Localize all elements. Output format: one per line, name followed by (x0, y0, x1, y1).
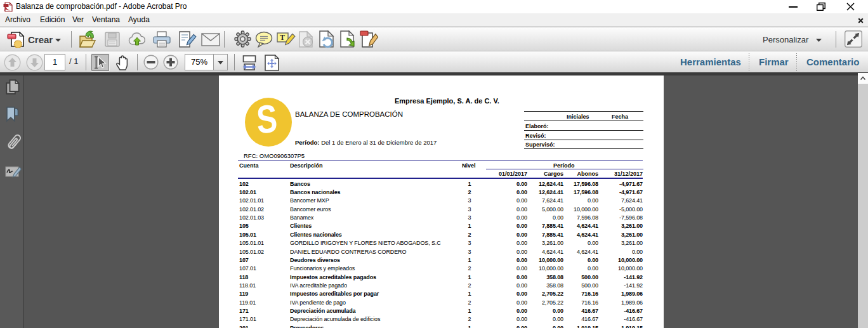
svg-text:T: T (280, 33, 285, 42)
